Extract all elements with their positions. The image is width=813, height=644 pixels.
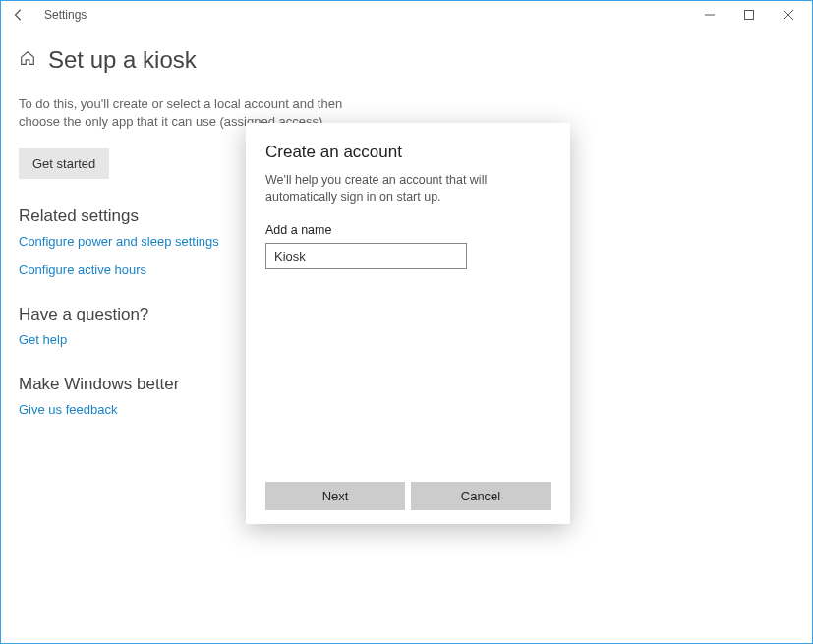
create-account-dialog: Create an account We'll help you create …: [246, 123, 570, 524]
svg-rect-1: [745, 11, 754, 20]
next-button[interactable]: Next: [265, 482, 405, 510]
home-icon: [19, 49, 36, 71]
page-title: Set up a kiosk: [48, 46, 197, 74]
name-input[interactable]: [265, 243, 467, 269]
page-header: Set up a kiosk: [19, 46, 794, 74]
close-button[interactable]: [769, 1, 808, 29]
window-controls: [690, 1, 808, 29]
maximize-icon: [744, 10, 754, 20]
arrow-left-icon: [12, 8, 26, 22]
name-field-label: Add a name: [265, 223, 551, 237]
dialog-description: We'll help you create an account that wi…: [265, 172, 551, 205]
dialog-title: Create an account: [265, 143, 551, 162]
maximize-button[interactable]: [729, 1, 769, 29]
titlebar: Settings: [1, 1, 812, 29]
close-icon: [784, 10, 793, 20]
window-title: Settings: [44, 8, 87, 22]
minimize-button[interactable]: [690, 1, 729, 29]
dialog-buttons: Next Cancel: [265, 482, 551, 510]
minimize-icon: [705, 10, 715, 20]
cancel-button[interactable]: Cancel: [411, 482, 551, 510]
back-button[interactable]: [5, 1, 32, 29]
get-started-button[interactable]: Get started: [19, 148, 109, 179]
